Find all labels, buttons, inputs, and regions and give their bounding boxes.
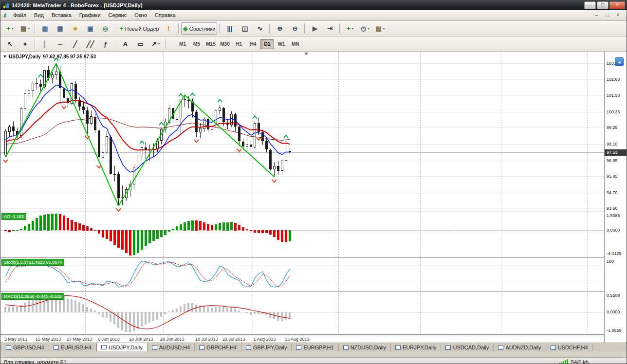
timeframe-m5[interactable]: M5 (190, 39, 203, 49)
date-axis-label: 13 Aug 2013 (285, 337, 310, 342)
menu-окно[interactable]: Окно (130, 11, 151, 19)
indicator-axis-label: 1.8085 (607, 213, 620, 218)
data-window-button[interactable]: ▤ (53, 22, 68, 35)
timeframe-d1[interactable]: D1 (260, 39, 274, 49)
fibonacci-tool-button[interactable]: ƒ (98, 38, 113, 50)
fibonacci-tool-icon: ƒ (104, 41, 107, 47)
chart-bars-button[interactable]: ||| (222, 22, 237, 35)
auto-scroll-button[interactable]: ▶ (307, 22, 322, 35)
menu-файл[interactable]: Файл (9, 11, 30, 19)
timeframe-m15[interactable]: M15 (204, 39, 218, 49)
timeframe-h1[interactable]: H1 (232, 39, 246, 49)
chart-tab[interactable]: EURUSD,H4 (49, 344, 97, 351)
price-chart-canvas[interactable] (0, 52, 604, 335)
chart-tab[interactable]: NZDUSD,Daily (339, 344, 391, 351)
dropdown-arrow-icon[interactable]: ▾ (12, 27, 14, 31)
date-axis-label: 18 Jun 2013 (129, 337, 153, 342)
navigator-button[interactable]: ★ (68, 22, 83, 35)
timeframe-m30[interactable]: M30 (218, 39, 232, 49)
menu-справка[interactable]: Справка (151, 11, 180, 19)
strategy-tester-button[interactable]: ◎ (98, 22, 113, 35)
toolbar-separator (269, 24, 270, 34)
chart-collapse-icon[interactable] (3, 55, 6, 58)
child-minimize-button[interactable]: – (592, 11, 601, 19)
crosshair-tool-button[interactable]: ⌖ (18, 38, 33, 50)
chart-tab-icon (498, 346, 503, 350)
chart-tab[interactable]: USDCAD,Daily (441, 344, 494, 351)
chart-tab[interactable]: GBPJPY,Daily (241, 344, 292, 351)
menubar: ФайлВидВставкаГрафикиСервисОкноСправка –… (0, 10, 627, 21)
chart-tab[interactable]: USDJPY,Daily (96, 343, 148, 351)
chart-tab[interactable]: USDCHF,H4 (546, 344, 593, 351)
chart-tab[interactable]: EURGBP,H1 (292, 344, 338, 351)
mt4-logo-icon (3, 2, 9, 8)
menu-сервис[interactable]: Сервис (105, 11, 131, 19)
expert-advisors-button[interactable]: ◈Советники (181, 22, 218, 35)
menu-графики[interactable]: Графики (75, 11, 105, 19)
terminal-button[interactable]: ▣ (83, 22, 98, 35)
chart-tab[interactable]: GBPCHF,H4 (195, 344, 241, 351)
quickstart-panel-button[interactable]: ◂ (615, 57, 624, 66)
chart-shift-button[interactable]: ⇥ (322, 22, 337, 35)
price-axis-label: 94.70 (607, 190, 618, 195)
profiles-button[interactable]: ▦▾ (18, 22, 33, 35)
trendline-tool-button[interactable]: ╱ (68, 38, 83, 50)
window-restore-button[interactable]: □ (597, 1, 609, 9)
toolbar-separator (35, 24, 36, 34)
timeframe-h4[interactable]: H4 (246, 39, 260, 49)
dropdown-arrow-icon[interactable]: ▾ (351, 27, 353, 31)
child-close-button[interactable]: × (613, 11, 623, 19)
new-order-icon: + (120, 25, 124, 32)
chart-shift-marker[interactable] (304, 53, 308, 55)
chart-tab[interactable]: EURJPY,Daily (391, 344, 442, 351)
indicator-axis-label: 0.0000 (607, 228, 620, 233)
market-watch-button[interactable]: ▥ (37, 22, 53, 35)
window-close-button[interactable]: × (609, 1, 625, 9)
text-tool-button[interactable]: A (118, 38, 133, 50)
chart-tab-label: USDCHF,H4 (558, 345, 588, 350)
metaeditor-button[interactable]: ! (161, 22, 176, 35)
new-chart-button[interactable]: +▾ (2, 22, 18, 35)
dropdown-arrow-icon[interactable]: ▾ (158, 42, 160, 46)
timeframe-m1[interactable]: M1 (176, 39, 189, 49)
price-axis[interactable]: 103.75102.60101.50100.3599.2598.1096.959… (604, 52, 627, 343)
chart-tab-label: AUDNZD,Daily (505, 345, 541, 350)
dropdown-arrow-icon[interactable]: ▾ (28, 27, 30, 31)
date-axis-label: 6 Jun 2013 (98, 337, 120, 342)
child-restore-button[interactable]: □ (603, 11, 612, 19)
date-axis-label: 15 May 2013 (36, 337, 61, 342)
chart-tab[interactable]: AUDUSD,H4 (148, 344, 195, 351)
menu-вид[interactable]: Вид (30, 11, 48, 19)
time-axis[interactable]: 3 May 201315 May 201327 May 20136 Jun 20… (0, 335, 604, 343)
date-axis-label: 27 May 2013 (67, 337, 92, 342)
chart-candlesticks-button[interactable]: ◫ (237, 22, 252, 35)
text-label-tool-button[interactable]: ▭ (133, 38, 148, 50)
chart-tab[interactable]: GBPUSD,H4 (1, 344, 49, 351)
vertical-line-tool-button[interactable]: │ (37, 38, 53, 50)
channel-tool-button[interactable]: ╱╱ (83, 38, 98, 50)
expert-advisors-label: Советники (189, 26, 216, 32)
terminal-icon: ▣ (87, 25, 93, 32)
window-minimize-button[interactable]: – (584, 1, 596, 9)
indicators-button[interactable]: +▾ (342, 22, 357, 35)
timeframe-w1[interactable]: W1 (275, 39, 288, 49)
chart-area[interactable]: USDJPY,Daily 97.62 97.85 97.35 97.53 AO … (0, 52, 627, 343)
cursor-tool-button[interactable]: ↖ (2, 38, 18, 50)
chart-tab[interactable]: AUDNZD,Daily (494, 344, 546, 351)
price-axis-label: 99.25 (607, 125, 618, 130)
market-watch-icon: ▥ (42, 25, 48, 32)
templates-button[interactable]: ▧▾ (372, 22, 387, 35)
timeframe-mn[interactable]: MN (289, 39, 302, 49)
horizontal-line-tool-button[interactable]: ─ (53, 38, 68, 50)
zoom-in-button[interactable]: ⊕ (272, 22, 287, 35)
dropdown-arrow-icon[interactable]: ▾ (383, 27, 385, 31)
menu-вставка[interactable]: Вставка (48, 11, 75, 19)
titlebar[interactable]: 142420: MetaTrader 4 - RoboForex - [USDJ… (0, 0, 627, 10)
chart-line-button[interactable]: ∿ (252, 22, 267, 35)
dropdown-arrow-icon[interactable]: ▾ (368, 27, 369, 31)
date-axis-label: 22 Jul 2013 (222, 337, 245, 342)
zoom-out-button[interactable]: ⊖ (287, 22, 302, 35)
periods-button[interactable]: ◷▾ (357, 22, 372, 35)
arrows-tool-button[interactable]: ↗▾ (148, 38, 163, 50)
new-order-button[interactable]: +Новый Ордер (118, 22, 161, 35)
